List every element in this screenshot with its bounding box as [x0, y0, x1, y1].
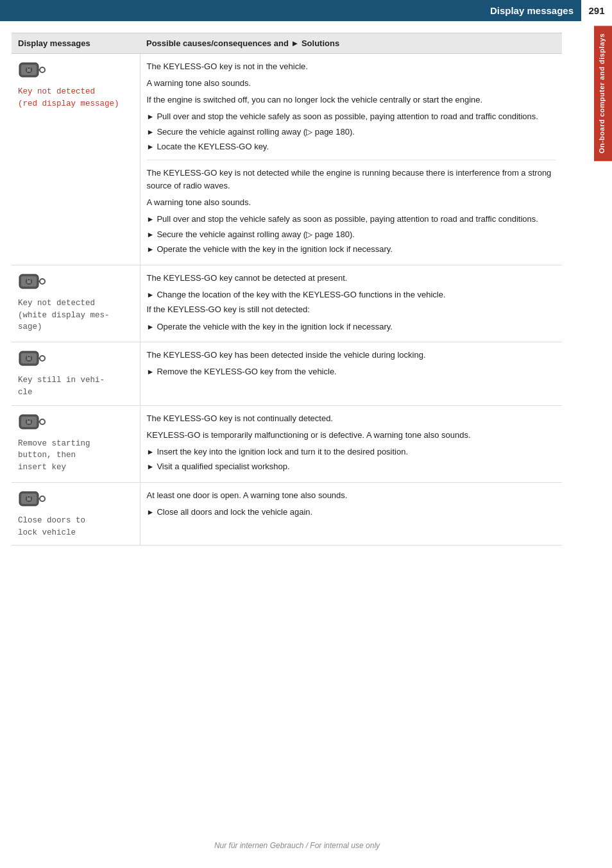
bullet-text: Close all doors and lock the vehicle aga… — [157, 506, 556, 519]
content-paragraph: If the engine is switched off, you can n… — [147, 94, 556, 106]
bullet-arrow: ► — [147, 366, 155, 378]
bullet-text: Insert the key into the ignition lock an… — [157, 446, 556, 458]
bullet-item: ►Close all doors and lock the vehicle ag… — [147, 506, 556, 519]
content-cell-key-not-detected-white: The KEYLESS-GO key cannot be detected at… — [140, 265, 562, 342]
side-tab: On-board computer and displays — [594, 26, 612, 161]
bullet-arrow: ► — [147, 213, 155, 226]
bullet-text: Change the location of the key with the … — [157, 288, 556, 301]
key-icon — [18, 489, 46, 512]
key-icon — [18, 272, 46, 295]
bullet-arrow: ► — [147, 289, 155, 301]
bullet-item: ►Secure the vehicle against rolling away… — [147, 126, 556, 138]
svg-rect-20 — [27, 357, 31, 360]
icon-cell-remove-starting-button: Remove startingbutton, theninsert key — [12, 405, 140, 482]
table-row: Remove startingbutton, theninsert keyThe… — [12, 405, 562, 482]
bullet-arrow: ► — [147, 141, 155, 153]
bullet-arrow: ► — [147, 229, 155, 241]
message-label-remove-starting-button: Remove startingbutton, theninsert key — [18, 438, 90, 474]
content-cell-close-doors-to-lock: At least one door is open. A warning ton… — [140, 482, 562, 546]
svg-rect-27 — [27, 421, 31, 424]
table-row: Close doors tolock vehicleAt least one d… — [12, 482, 562, 546]
table-row: Key still in vehi-cleThe KEYLESS-GO key … — [12, 342, 562, 406]
bullet-text: Operate the vehicle with the key in the … — [157, 321, 556, 333]
header-bar: Display messages 291 — [0, 0, 612, 21]
bullet-item: ►Operate the vehicle with the key in the… — [147, 243, 556, 256]
icon-cell-key-still-in-vehicle: Key still in vehi-cle — [12, 342, 140, 406]
message-label-key-still-in-vehicle: Key still in vehi-cle — [18, 374, 105, 399]
svg-rect-13 — [27, 280, 31, 283]
bullet-arrow: ► — [147, 244, 155, 256]
messages-table: Display messages Possible causes/consequ… — [12, 33, 562, 546]
key-icon — [18, 412, 46, 435]
svg-rect-34 — [27, 497, 31, 501]
bullet-item: ►Operate the vehicle with the key in the… — [147, 321, 556, 333]
bullet-item: ►Secure the vehicle against rolling away… — [147, 228, 556, 241]
bullet-arrow: ► — [147, 506, 155, 519]
message-label-key-not-detected-white: Key not detected(white display mes-sage) — [18, 297, 110, 333]
content-paragraph: The KEYLESS-GO key is not continually de… — [147, 412, 556, 425]
bullet-item: ►Locate the KEYLESS-GO key. — [147, 140, 556, 153]
svg-point-18 — [40, 356, 45, 361]
bullet-item: ►Change the location of the key with the… — [147, 288, 556, 301]
content-paragraph: If the KEYLESS-GO key is still not detec… — [147, 303, 556, 316]
svg-point-11 — [40, 279, 45, 284]
content-cell-key-not-detected-red: The KEYLESS-GO key is not in the vehicle… — [140, 54, 562, 265]
table-row: Key not detected(red display message)The… — [12, 54, 562, 265]
bullet-item: ►Pull over and stop the vehicle safely a… — [147, 213, 556, 226]
content-paragraph: At least one door is open. A warning ton… — [147, 489, 556, 502]
content-paragraph: KEYLESS-GO is temporarily malfunctioning… — [147, 429, 556, 442]
bullet-text: Operate the vehicle with the key in the … — [157, 243, 556, 256]
content-paragraph: The KEYLESS-GO key is not in the vehicle… — [147, 60, 556, 73]
icon-cell-close-doors-to-lock: Close doors tolock vehicle — [12, 482, 140, 546]
bullet-text: Visit a qualified specialist workshop. — [157, 460, 556, 473]
bullet-text: Locate the KEYLESS-GO key. — [157, 140, 556, 153]
col2-header: Possible causes/consequences and ► Solut… — [140, 33, 562, 54]
bullet-text: Remove the KEYLESS-GO key from the vehic… — [157, 365, 556, 378]
svg-point-32 — [40, 496, 45, 501]
col1-header: Display messages — [12, 33, 140, 54]
content-cell-remove-starting-button: The KEYLESS-GO key is not continually de… — [140, 405, 562, 482]
bullet-item: ►Remove the KEYLESS-GO key from the vehi… — [147, 365, 556, 378]
page-number: 291 — [581, 0, 612, 21]
bullet-item: ►Pull over and stop the vehicle safely a… — [147, 110, 556, 123]
content-paragraph: A warning tone also sounds. — [147, 77, 556, 90]
svg-rect-6 — [27, 69, 31, 72]
svg-point-25 — [40, 419, 45, 424]
content-paragraph: The KEYLESS-GO key cannot be detected at… — [147, 272, 556, 285]
bullet-text: Secure the vehicle against rolling away … — [157, 228, 556, 241]
key-icon — [18, 349, 46, 372]
bullet-text: Pull over and stop the vehicle safely as… — [157, 110, 556, 123]
message-label-close-doors-to-lock: Close doors tolock vehicle — [18, 515, 85, 539]
content-paragraph: The KEYLESS-GO key is not detected while… — [147, 167, 556, 192]
icon-cell-key-not-detected-red: Key not detected(red display message) — [12, 54, 140, 265]
bullet-text: Pull over and stop the vehicle safely as… — [157, 213, 556, 226]
bullet-arrow: ► — [147, 111, 155, 123]
bullet-item: ►Visit a qualified specialist workshop. — [147, 460, 556, 473]
svg-point-4 — [40, 67, 45, 72]
header-title: Display messages — [490, 5, 574, 16]
key-icon — [18, 60, 46, 83]
message-label-key-not-detected-red: Key not detected(red display message) — [18, 86, 119, 110]
icon-cell-key-not-detected-white: Key not detected(white display mes-sage) — [12, 265, 140, 342]
bullet-item: ►Insert the key into the ignition lock a… — [147, 446, 556, 458]
bullet-arrow: ► — [147, 321, 155, 333]
content-paragraph: A warning tone also sounds. — [147, 196, 556, 209]
bullet-text: Secure the vehicle against rolling away … — [157, 126, 556, 138]
table-row: Key not detected(white display mes-sage)… — [12, 265, 562, 342]
bullet-arrow: ► — [147, 461, 155, 473]
content-cell-key-still-in-vehicle: The KEYLESS-GO key has been detected ins… — [140, 342, 562, 406]
content-paragraph: The KEYLESS-GO key has been detected ins… — [147, 349, 556, 362]
bullet-arrow: ► — [147, 126, 155, 138]
main-content: Display messages Possible causes/consequ… — [0, 21, 594, 557]
bullet-arrow: ► — [147, 446, 155, 458]
footer: Nur für internen Gebrauch / For internal… — [0, 828, 594, 856]
